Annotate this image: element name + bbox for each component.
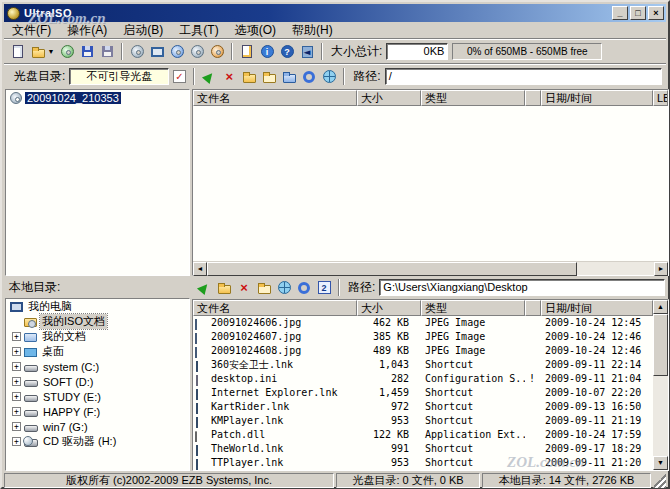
mount-image-icon[interactable]	[97, 42, 117, 61]
tree-item[interactable]: +STUDY (E:)	[6, 389, 189, 404]
minimize-button[interactable]: _	[612, 6, 628, 20]
rename-icon[interactable]	[259, 67, 279, 86]
tree-item[interactable]: +桌面	[6, 344, 189, 359]
file-row[interactable]: KartRider.lnk972Shortcut2009-09-13 16:50	[193, 400, 668, 414]
column-header[interactable]: 日期/时间	[541, 300, 653, 316]
tree-item[interactable]: +win7 (G:)	[6, 419, 189, 434]
new-folder-icon[interactable]	[239, 67, 259, 86]
drive-icon	[24, 380, 38, 387]
resize-grip-icon[interactable]	[653, 473, 666, 488]
file-row[interactable]: desktop.ini282Configuration S...!2009-09…	[193, 372, 668, 386]
info-icon[interactable]: i	[257, 42, 277, 61]
file-row[interactable]: 360安全卫士.lnk1,043Shortcut2009-09-11 22:14	[193, 358, 668, 372]
column-header[interactable]: LB	[653, 90, 668, 106]
file-row[interactable]: KMPlayer.lnk953Shortcut2009-09-11 21:19	[193, 414, 668, 428]
help-icon[interactable]: ?	[277, 42, 297, 61]
menu-item[interactable]: 帮助(H)	[284, 21, 341, 40]
file-row[interactable]: 20091024608.jpg489 KBJPEG Image2009-10-2…	[193, 344, 668, 358]
tree-item[interactable]: +system (C:)	[6, 359, 189, 374]
column-header[interactable]	[525, 90, 541, 106]
close-button[interactable]: ×	[648, 6, 664, 20]
maximize-button[interactable]: □	[630, 6, 646, 20]
file-date-cell: 2009-09-11 21:20	[541, 456, 653, 470]
refresh-icon[interactable]	[274, 278, 294, 297]
scroll-left-icon[interactable]: ◄	[193, 262, 207, 276]
disc-path-field[interactable]: /	[385, 68, 662, 85]
menu-item[interactable]: 文件(F)	[4, 21, 59, 40]
local-path-field[interactable]: G:\Users\Xiangxiang\Desktop	[379, 279, 665, 296]
file-row[interactable]: 20091024607.jpg385 KBJPEG Image2009-10-2…	[193, 330, 668, 344]
save-icon[interactable]	[77, 42, 97, 61]
expand-icon[interactable]: +	[12, 407, 21, 416]
column-header[interactable]	[525, 300, 541, 316]
extract-icon[interactable]	[199, 67, 219, 86]
view-icon[interactable]	[319, 67, 339, 86]
expand-icon[interactable]: +	[12, 422, 21, 431]
add-to-image-icon[interactable]	[194, 278, 214, 297]
expand-icon[interactable]: +	[12, 437, 21, 446]
expand-icon[interactable]: +	[12, 347, 21, 356]
tree-item[interactable]: +SOFT (D:)	[6, 374, 189, 389]
new-folder-icon[interactable]	[214, 278, 234, 297]
rip-cd-icon[interactable]	[167, 42, 187, 61]
tree-item[interactable]: +HAPPY (F:)	[6, 404, 189, 419]
menu-item[interactable]: 选项(O)	[227, 21, 284, 40]
new-image-icon[interactable]	[8, 42, 28, 61]
expand-icon[interactable]: +	[12, 392, 21, 401]
new-window-icon[interactable]: 2	[314, 278, 334, 297]
add-files-icon[interactable]	[279, 67, 299, 86]
column-header[interactable]: 大小	[357, 300, 421, 316]
rename-icon[interactable]	[254, 278, 274, 297]
size-total-label: 大小总计:	[327, 43, 386, 60]
tree-item[interactable]: 我的电脑	[6, 299, 189, 314]
save-image-icon[interactable]	[57, 42, 77, 61]
delete-icon[interactable]: ×	[234, 278, 254, 297]
expand-icon[interactable]: +	[12, 332, 21, 341]
tree-item[interactable]: +我的文档	[6, 329, 189, 344]
burn-cd-icon[interactable]	[127, 42, 147, 61]
settings-icon[interactable]	[299, 67, 319, 86]
tree-item[interactable]: 20091024_210353	[6, 90, 189, 105]
scroll-down-icon[interactable]: ▼	[653, 456, 668, 470]
vertical-scrollbar[interactable]: ▲ ▼	[653, 300, 668, 470]
open-dropdown-icon[interactable]: ▼	[48, 42, 57, 61]
checksum-icon[interactable]	[237, 42, 257, 61]
exit-icon[interactable]: ◄	[297, 42, 317, 61]
expand-icon[interactable]: +	[12, 362, 21, 371]
scrollbar-thumb[interactable]	[207, 262, 577, 276]
title-bar[interactable]: UltraISO _ □ ×	[4, 4, 666, 22]
file-row[interactable]: Patch.dll122 KBApplication Ext...2009-10…	[193, 428, 668, 442]
filter-icon[interactable]	[294, 278, 314, 297]
horizontal-scrollbar[interactable]: ◄ ►	[193, 261, 668, 275]
tree-item[interactable]: +CD 驱动器 (H:)	[6, 434, 189, 449]
file-row[interactable]: TTPlayer.lnk953Shortcut2009-09-11 21:20	[193, 456, 668, 470]
expand-icon[interactable]: +	[12, 377, 21, 386]
file-type-cell: JPEG Image	[421, 344, 525, 358]
file-date-cell: 2009-10-24 12:46	[541, 330, 653, 344]
column-header[interactable]: 类型	[421, 90, 525, 106]
menu-item[interactable]: 工具(T)	[171, 21, 226, 40]
file-attr-cell	[525, 330, 541, 344]
scroll-up-icon[interactable]: ▲	[653, 300, 668, 314]
column-header[interactable]: 文件名	[193, 90, 357, 106]
tree-item[interactable]: 我的ISO文档	[6, 314, 189, 329]
delete-icon[interactable]: ×	[219, 67, 239, 86]
erase-cd-icon[interactable]	[207, 42, 227, 61]
file-row[interactable]: Internet Explorer.lnk1,459Shortcut2009-1…	[193, 386, 668, 400]
file-row[interactable]: 20091024606.jpg462 KBJPEG Image2009-10-2…	[193, 316, 668, 330]
scroll-right-icon[interactable]: ►	[654, 262, 668, 276]
size-total-field[interactable]: 0KB	[386, 43, 448, 60]
column-header[interactable]: 类型	[421, 300, 525, 316]
menu-item[interactable]: 启动(B)	[115, 21, 171, 40]
column-header[interactable]: 日期/时间	[541, 90, 653, 106]
bootable-check-icon[interactable]: ✓	[169, 67, 189, 86]
copy-cd-icon[interactable]	[187, 42, 207, 61]
open-icon[interactable]	[28, 42, 48, 61]
column-header[interactable]: 文件名	[193, 300, 357, 316]
column-header[interactable]: 大小	[357, 90, 421, 106]
bootable-status-field[interactable]: 不可引导光盘	[69, 68, 169, 85]
make-cd-image-icon[interactable]	[147, 42, 167, 61]
menu-item[interactable]: 操作(A)	[59, 21, 115, 40]
file-row[interactable]: TheWorld.lnk991Shortcut2009-09-17 18:29	[193, 442, 668, 456]
scrollbar-thumb[interactable]	[653, 314, 668, 376]
